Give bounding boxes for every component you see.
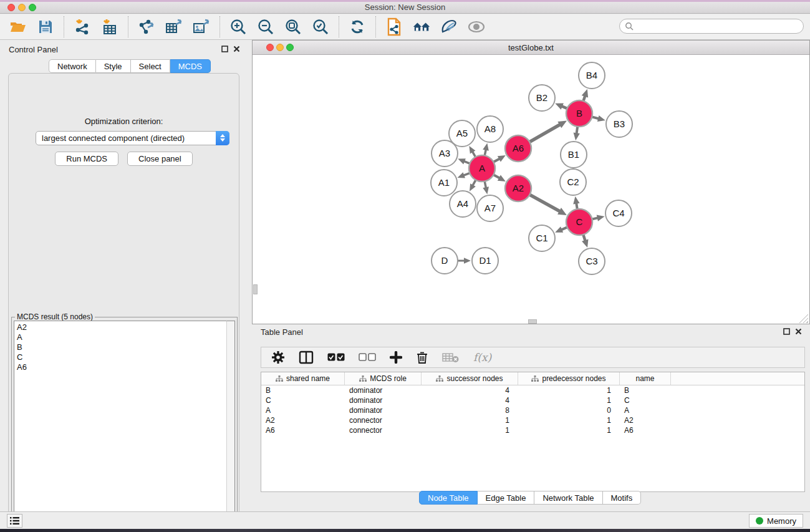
tab-mcds[interactable]: MCDS: [170, 59, 211, 73]
result-item[interactable]: A6: [17, 362, 226, 372]
network-canvas[interactable]: B4B2BB3A5A8A6A3AB1A1A2C2A4A7C4CC1C3DD1: [253, 56, 809, 324]
table-options-button[interactable]: [271, 351, 285, 364]
graph-node-label: C1: [536, 233, 547, 243]
graph-edge[interactable]: [529, 124, 561, 142]
export-table-button[interactable]: [165, 17, 183, 36]
graph-node-label: A8: [485, 123, 496, 134]
memory-button[interactable]: Memory: [749, 514, 803, 528]
table-cell: A2: [261, 416, 345, 425]
horizontal-scroll-thumb[interactable]: [528, 319, 537, 324]
list-icon: [10, 516, 19, 525]
apply-layout-button[interactable]: [348, 17, 367, 36]
graph-edge[interactable]: [529, 195, 561, 212]
float-table-panel-icon[interactable]: [783, 328, 790, 335]
result-item[interactable]: A: [17, 332, 226, 342]
shared-column-icon: [276, 375, 283, 382]
network-window-titlebar: testGlobe.txt: [253, 41, 809, 55]
table-cell: B: [620, 386, 671, 395]
import-table-button[interactable]: [100, 17, 119, 36]
window-title: Session: New Session: [0, 2, 810, 12]
app-titlebar: Session: New Session: [0, 0, 810, 14]
export-network-icon: [138, 19, 155, 35]
graph-edge-arrowhead: [483, 143, 489, 151]
export-table-icon: [165, 19, 183, 35]
control-panel-tabs: Network Style Select MCDS: [49, 59, 211, 73]
table-row[interactable]: Cdominator41C: [261, 395, 804, 405]
export-network-button[interactable]: [137, 17, 156, 36]
column-header-shared-name[interactable]: shared name: [261, 372, 345, 385]
tab-network[interactable]: Network: [49, 59, 96, 73]
graph-node-label: B2: [536, 92, 547, 103]
delete-table-button[interactable]: [442, 352, 460, 363]
tab-network-table[interactable]: Network Table: [534, 491, 602, 505]
tab-style[interactable]: Style: [96, 59, 131, 73]
table-panel: Table Panel: [248, 324, 810, 511]
table-header-row: shared name MCDS role successor nodes pr…: [261, 372, 804, 385]
table-cell: 4: [422, 386, 518, 395]
shared-column-icon: [531, 375, 539, 382]
tab-select[interactable]: Select: [131, 59, 170, 73]
graph-node-label: A7: [485, 203, 496, 213]
network-graph[interactable]: B4B2BB3A5A8A6A3AB1A1A2C2A4A7C4CC1C3DD1: [253, 56, 809, 324]
tab-node-table[interactable]: Node Table: [419, 491, 478, 505]
add-row-button[interactable]: [390, 351, 402, 364]
criterion-select[interactable]: largest connected component (directed): [36, 131, 229, 145]
close-table-panel-icon[interactable]: [795, 328, 802, 335]
refresh-icon: [349, 19, 365, 35]
deselect-all-button[interactable]: [359, 353, 376, 362]
export-image-button[interactable]: [192, 17, 211, 36]
delete-row-button[interactable]: [416, 351, 428, 364]
column-header-mcds-role[interactable]: MCDS role: [345, 372, 422, 385]
table-cell: A2: [620, 416, 671, 425]
tab-edge-table[interactable]: Edge Table: [478, 491, 535, 505]
tab-motifs[interactable]: Motifs: [603, 491, 642, 505]
deselect-all-icon: [359, 353, 376, 362]
run-mcds-button[interactable]: Run MCDS: [55, 152, 118, 166]
mcds-result-list[interactable]: A2ABCA6: [14, 321, 226, 529]
graph-node-label: B1: [568, 149, 579, 160]
graph-edge-arrowhead: [458, 172, 465, 178]
search-field[interactable]: [619, 19, 804, 34]
show-graphics-details-button[interactable]: [440, 17, 458, 36]
criterion-selected-value: largest connected component (directed): [36, 133, 216, 143]
table-row[interactable]: Adominator80A: [261, 405, 804, 415]
zoom-in-button[interactable]: [229, 17, 248, 36]
mcds-panel: Optimization criterion: largest connecte…: [8, 73, 239, 532]
mcds-result-box: MCDS result (5 nodes) A2ABCA6: [11, 317, 238, 531]
table-cell: 1: [518, 396, 620, 405]
zoom-selected-button[interactable]: [311, 17, 330, 36]
table-cell: 0: [518, 406, 620, 415]
table-row[interactable]: A2connector11A2: [261, 415, 804, 425]
function-builder-button[interactable]: f(x): [473, 351, 491, 364]
result-item[interactable]: A2: [17, 322, 226, 332]
column-header-predecessor-nodes[interactable]: predecessor nodes: [518, 372, 620, 385]
new-network-button[interactable]: [385, 17, 403, 36]
result-item[interactable]: B: [17, 342, 226, 352]
zoom-out-button[interactable]: [256, 17, 275, 36]
import-network-button[interactable]: [73, 17, 92, 36]
table-cell: B: [261, 386, 345, 395]
close-panel-icon[interactable]: [233, 46, 240, 52]
float-panel-icon[interactable]: [221, 46, 228, 52]
save-session-button[interactable]: [36, 17, 55, 36]
table-row[interactable]: Bdominator41B: [261, 385, 804, 395]
close-panel-button[interactable]: Close panel: [127, 152, 193, 166]
status-bar: Memory: [0, 511, 810, 529]
vertical-scroll-thumb[interactable]: [253, 284, 258, 294]
select-all-icon: [327, 353, 345, 362]
graphics-details-icon: [440, 19, 458, 34]
column-header-successor-nodes[interactable]: successor nodes: [422, 372, 518, 385]
show-log-button[interactable]: [7, 514, 22, 528]
select-all-button[interactable]: [327, 353, 345, 362]
home-button[interactable]: [412, 17, 431, 36]
show-column-button[interactable]: [299, 351, 314, 364]
table-tabs: Node Table Edge Table Network Table Moti…: [419, 491, 641, 505]
zoom-fit-button[interactable]: [284, 17, 302, 36]
result-item[interactable]: C: [17, 352, 226, 362]
result-scrollbar[interactable]: [226, 321, 235, 529]
column-header-name[interactable]: name: [620, 372, 671, 385]
open-session-button[interactable]: [9, 17, 27, 36]
toggle-visibility-button[interactable]: [467, 17, 486, 36]
table-row[interactable]: A6connector11A6: [261, 425, 804, 435]
graph-node-label: D1: [479, 255, 491, 266]
